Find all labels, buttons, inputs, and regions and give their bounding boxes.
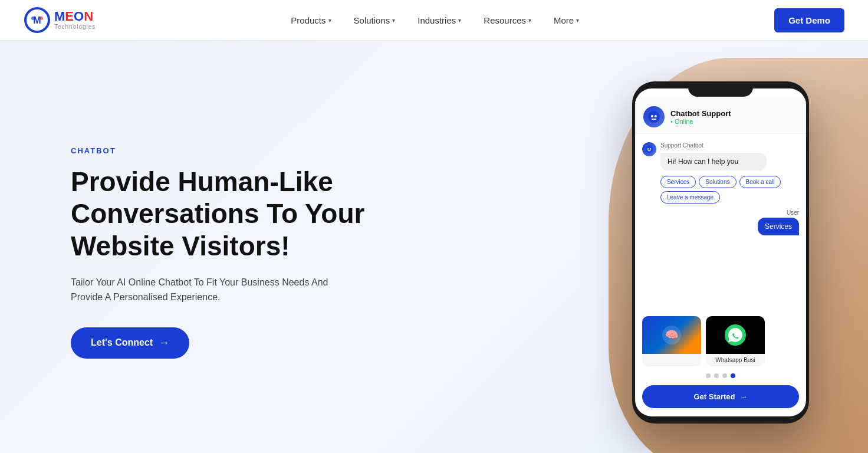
hero-phone-mockup: Chatbot Support • Online [632,81,821,424]
svg-point-5 [648,111,660,123]
nav-item-resources[interactable]: Resources ▾ [475,11,540,30]
meon-logo-icon: M [24,6,51,34]
nav-link-products[interactable]: Products ▾ [282,11,339,30]
nav-link-solutions[interactable]: Solutions ▾ [346,11,404,30]
get-started-arrow-icon: → [740,392,748,401]
ai-brain-icon: 🧠 [660,323,683,347]
chat-header: Chatbot Support • Online [635,98,806,134]
dot-3 [722,373,727,378]
bot-avatar-icon [647,110,660,123]
chat-header-info: Chatbot Support • Online [670,109,731,125]
hero-section: CHATBOT Provide Human-Like Conversations… [0,40,868,453]
ai-card-label [642,354,701,360]
arrow-icon: → [159,337,169,349]
chevron-down-icon: ▾ [392,17,395,24]
svg-point-11 [650,148,651,149]
dot-2 [714,373,719,378]
hero-title: Provide Human-Like Conversations To Your… [71,166,364,262]
nav-links: Products ▾ Solutions ▾ Industries ▾ Reso… [282,11,587,30]
chat-name: Chatbot Support [670,109,731,118]
user-message-row: User Services [642,209,799,235]
logo-text: MEON [54,10,96,23]
bot-message-row: Support Chatbot Hi! How can I help you S… [642,142,799,203]
chevron-down-icon: ▾ [458,17,461,24]
chat-body: Support Chatbot Hi! How can I help you S… [635,134,806,313]
hero-subtitle: Tailor Your AI Online Chatbot To Fit You… [71,275,354,305]
svg-point-4 [40,17,43,20]
bot-mini-avatar [642,142,656,156]
bot-greeting-bubble: Hi! How can I help you [660,153,767,170]
chevron-down-icon: ▾ [528,17,531,24]
phone-get-started-button[interactable]: Get Started → [642,385,799,408]
whatsapp-card-label: Whatsapp Busi [706,354,765,366]
svg-point-10 [647,148,649,149]
nav-item-industries[interactable]: Industries ▾ [409,11,469,30]
svg-text:M: M [33,15,41,25]
chevron-down-icon: ▾ [328,17,331,24]
quick-replies: Services Solutions Book a call Leave a m… [660,176,799,203]
phone-notch [688,81,753,97]
carousel-dots [635,370,806,382]
svg-point-3 [31,17,35,20]
qr-leave-message[interactable]: Leave a message [660,191,720,203]
bot-message-inner: Support Chatbot Hi! How can I help you S… [660,142,799,203]
nav-link-resources[interactable]: Resources ▾ [475,11,540,30]
nav-link-industries[interactable]: Industries ▾ [409,11,469,30]
svg-text:🧠: 🧠 [665,329,679,342]
service-cards: 🧠 Whatsapp [635,313,806,370]
service-card-ai: 🧠 [642,316,701,366]
svg-rect-12 [648,150,651,151]
lets-connect-button[interactable]: Let's Connect → [71,327,189,359]
qr-solutions[interactable]: Solutions [699,176,736,188]
svg-point-7 [655,115,657,117]
dot-1 [706,373,711,378]
hero-content: CHATBOT Provide Human-Like Conversations… [71,146,364,359]
ai-card-image: 🧠 [642,316,701,354]
bot-mini-icon [645,145,653,153]
nav-item-solutions[interactable]: Solutions ▾ [346,11,404,30]
logo[interactable]: M MEON Technologies [24,6,96,34]
bot-label: Support Chatbot [660,142,799,149]
phone-frame: Chatbot Support • Online [632,81,809,424]
chevron-down-icon: ▾ [576,17,579,24]
svg-rect-8 [652,119,656,120]
qr-services[interactable]: Services [660,176,696,188]
nav-item-more[interactable]: More ▾ [545,11,587,30]
get-demo-button[interactable]: Get Demo [774,8,844,32]
section-label: CHATBOT [71,146,364,155]
logo-sub: Technologies [54,24,96,30]
svg-point-6 [651,115,653,117]
qr-book-call[interactable]: Book a call [739,176,781,188]
svg-point-9 [646,146,653,153]
phone-screen: Chatbot Support • Online [635,88,806,416]
phone-wrapper: Chatbot Support • Online [632,81,821,424]
chat-status: • Online [670,118,731,125]
chatbot-avatar [643,106,665,127]
whatsapp-icon [722,322,748,348]
service-card-whatsapp: Whatsapp Busi [706,316,765,366]
navbar: M MEON Technologies Products ▾ Solutions… [0,0,868,40]
nav-link-more[interactable]: More ▾ [545,11,587,30]
nav-item-products[interactable]: Products ▾ [282,11,339,30]
user-message-bubble: Services [758,218,799,235]
dot-4-active [731,373,735,378]
whatsapp-card-image [706,316,765,354]
user-label: User [787,209,799,216]
